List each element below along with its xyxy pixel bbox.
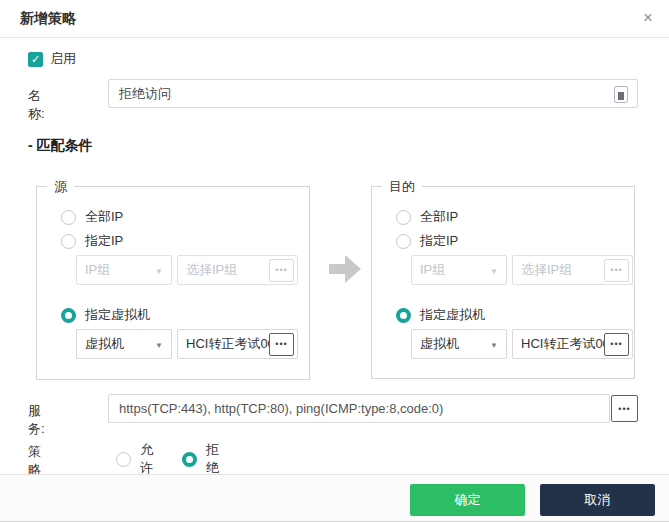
source-ip-group-browse-button: ••• — [269, 259, 294, 282]
chevron-down-icon: ▼ — [490, 341, 498, 350]
source-vm-input[interactable]: HCI转正考试000 ••• — [177, 329, 298, 359]
service-browse-button[interactable]: ••• — [611, 395, 638, 422]
enable-label: 启用 — [50, 50, 76, 68]
match-conditions-title: - 匹配条件 — [28, 137, 93, 155]
destination-vm-input[interactable]: HCI转正考试000 ••• — [512, 329, 633, 359]
destination-vm-browse-button[interactable]: ••• — [604, 333, 629, 356]
chevron-down-icon: ▼ — [155, 267, 163, 276]
vm-value: HCI转正考试000 — [186, 335, 282, 353]
check-icon: ✓ — [31, 54, 40, 65]
source-panel-legend: 源 — [47, 178, 74, 196]
destination-ip-group-input: 选择IP组 ••• — [512, 255, 633, 285]
destination-radio-specified-ip[interactable]: 指定IP — [396, 232, 458, 250]
enable-checkbox[interactable]: ✓ — [28, 52, 43, 67]
radio-icon[interactable] — [61, 210, 76, 225]
radio-icon[interactable] — [116, 452, 131, 467]
name-label: 名称: — [28, 87, 45, 123]
radio-icon[interactable] — [396, 210, 411, 225]
chevron-down-icon: ▼ — [490, 267, 498, 276]
destination-radio-specified-vm[interactable]: 指定虚拟机 — [396, 306, 485, 324]
destination-vm-select[interactable]: 虚拟机 ▼ — [411, 329, 507, 359]
source-vm-browse-button[interactable]: ••• — [269, 333, 294, 356]
dialog-title: 新增策略 — [20, 10, 76, 28]
destination-radio-all-ip[interactable]: 全部IP — [396, 208, 458, 226]
radio-label: 指定IP — [85, 232, 123, 250]
radio-label: 指定IP — [420, 232, 458, 250]
add-policy-dialog: 新增策略 × ✓ 启用 名称: 拒绝访问 - 匹配条件 源 全部IP 指定IP … — [0, 0, 669, 522]
cancel-button[interactable]: 取消 — [540, 484, 655, 516]
radio-selected-icon[interactable] — [396, 308, 411, 323]
service-value: https(TCP:443), http(TCP:80), ping(ICMP:… — [119, 401, 443, 416]
service-input[interactable]: https(TCP:443), http(TCP:80), ping(ICMP:… — [108, 394, 610, 423]
radio-label: 允许 — [140, 441, 153, 477]
destination-ip-group-browse-button: ••• — [604, 259, 629, 282]
source-panel: 源 全部IP 指定IP IP组 ▼ 选择IP组 ••• 指定虚拟机 虚拟机 ▼ … — [36, 186, 310, 380]
vm-value: HCI转正考试000 — [521, 335, 617, 353]
select-value: 虚拟机 — [85, 335, 124, 353]
name-input[interactable]: 拒绝访问 — [108, 79, 638, 108]
name-value: 拒绝访问 — [119, 85, 171, 103]
source-vm-select[interactable]: 虚拟机 ▼ — [76, 329, 172, 359]
source-ip-group-select: IP组 ▼ — [76, 255, 172, 285]
radio-label: 全部IP — [420, 208, 458, 226]
source-to-destination-arrow-icon — [329, 255, 363, 283]
source-ip-group-input: 选择IP组 ••• — [177, 255, 298, 285]
input-method-icon[interactable] — [614, 86, 628, 103]
dialog-header: 新增策略 × — [0, 0, 669, 38]
radio-selected-icon[interactable] — [182, 452, 197, 467]
destination-ip-group-select: IP组 ▼ — [411, 255, 507, 285]
select-value: 虚拟机 — [420, 335, 459, 353]
radio-icon[interactable] — [61, 234, 76, 249]
source-radio-all-ip[interactable]: 全部IP — [61, 208, 123, 226]
radio-label: 指定虚拟机 — [420, 306, 485, 324]
source-radio-specified-ip[interactable]: 指定IP — [61, 232, 123, 250]
action-radio-allow[interactable]: 允许 — [116, 441, 153, 477]
radio-label: 指定虚拟机 — [85, 306, 150, 324]
select-value: IP组 — [85, 261, 110, 279]
destination-panel: 目的 全部IP 指定IP IP组 ▼ 选择IP组 ••• 指定虚拟机 虚拟机 ▼… — [371, 186, 635, 379]
ok-button[interactable]: 确定 — [410, 484, 525, 516]
close-icon[interactable]: × — [643, 8, 653, 28]
radio-label: 拒绝 — [206, 441, 219, 477]
radio-selected-icon[interactable] — [61, 308, 76, 323]
radio-label: 全部IP — [85, 208, 123, 226]
placeholder-text: 选择IP组 — [186, 261, 237, 279]
action-radio-deny[interactable]: 拒绝 — [182, 441, 219, 477]
dialog-footer: 确定 取消 — [0, 474, 669, 521]
service-label: 服务: — [28, 402, 45, 438]
radio-icon[interactable] — [396, 234, 411, 249]
source-radio-specified-vm[interactable]: 指定虚拟机 — [61, 306, 150, 324]
chevron-down-icon: ▼ — [155, 341, 163, 350]
select-value: IP组 — [420, 261, 445, 279]
placeholder-text: 选择IP组 — [521, 261, 572, 279]
enable-row: ✓ 启用 — [28, 51, 76, 67]
destination-panel-legend: 目的 — [382, 178, 422, 196]
